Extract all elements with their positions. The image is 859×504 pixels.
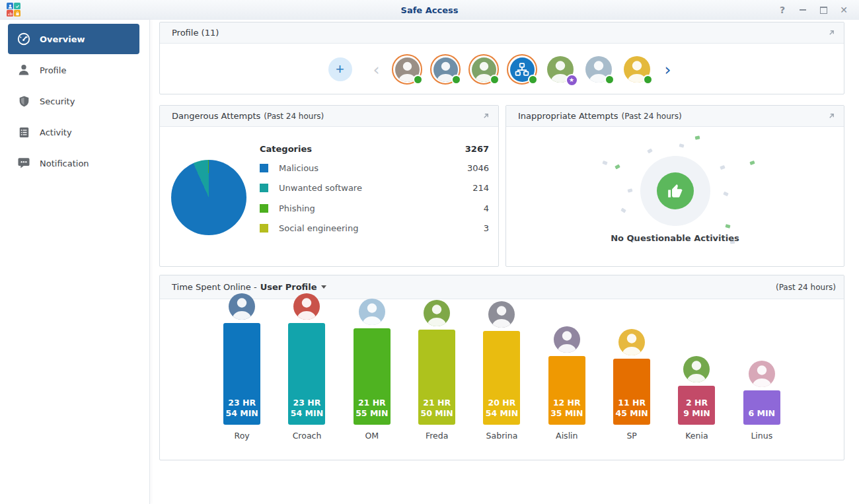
sidebar-item-label: Overview (40, 34, 85, 44)
attempts-row: Dangerous Attempts (Past 24 hours) Categ… (159, 105, 844, 267)
window-title: Safe Access (0, 5, 859, 15)
legend-header-label: Categories (260, 144, 312, 154)
dangerous-panel-period: (Past 24 hours) (264, 112, 324, 121)
profile-panel-header: Profile (11) (160, 22, 844, 44)
time-spent-bar-column[interactable]: 11 HR45 MIN SP (599, 283, 664, 441)
time-spent-bar: 23 HR54 MIN (223, 323, 260, 425)
time-spent-bar: 23 HR54 MIN (288, 323, 325, 425)
gauge-icon (17, 32, 31, 46)
time-spent-bar-column[interactable]: 12 HR35 MIN Aislin (535, 283, 599, 441)
expand-icon[interactable] (482, 112, 490, 120)
activity-log-icon (17, 125, 31, 139)
time-spent-bar-column[interactable]: 20 HR54 MIN Sabrina (469, 283, 534, 441)
profile-avatar (293, 293, 320, 320)
legend-label: Unwanted software (279, 183, 472, 193)
online-status-badge (413, 75, 423, 85)
profile-avatar[interactable] (583, 54, 615, 85)
time-spent-bar-column[interactable]: 21 HR55 MIN OM (340, 283, 404, 441)
pie-legend: Categories 3267 Malicious 3046 Unwanted … (260, 140, 489, 266)
profile-avatar-row: + ‹ (160, 44, 844, 95)
legend-row: Malicious 3046 (260, 158, 489, 178)
safe-access-window: Safe Access ? ✕ Overview Profile Securit… (0, 0, 859, 504)
profile-avatar (683, 356, 710, 382)
dangerous-panel-header: Dangerous Attempts (Past 24 hours) (160, 106, 498, 127)
time-spent-panel: Time Spent Online - User Profile (Past 2… (159, 275, 844, 460)
maximize-icon[interactable] (816, 3, 831, 17)
time-spent-bar: 21 HR55 MIN (354, 328, 391, 425)
sidebar-item-security[interactable]: Security (8, 86, 139, 116)
no-activities-message: No Questionable Activities (506, 233, 844, 243)
close-icon[interactable]: ✕ (837, 3, 851, 17)
time-spent-bar-column[interactable]: 21 HR50 MIN Freda (404, 283, 469, 441)
legend-label: Phishing (279, 203, 484, 213)
add-profile-button[interactable]: + (328, 57, 352, 81)
help-icon[interactable]: ? (775, 3, 790, 17)
legend-value: 3 (484, 223, 489, 233)
sidebar-item-notification[interactable]: Notification (8, 148, 139, 178)
profile-avatar[interactable] (507, 54, 538, 85)
main-content: Profile (11) + ‹ (150, 20, 859, 504)
profile-avatar[interactable] (392, 54, 423, 85)
inappropriate-panel-header: Inappropriate Attempts (Past 24 hours) (506, 106, 844, 127)
person-icon (17, 63, 31, 77)
star-badge: ★ (566, 74, 578, 87)
profile-name-label: Freda (426, 431, 448, 441)
time-spent-bar-column[interactable]: 23 HR54 MIN Roy (209, 283, 274, 441)
profile-name-label: OM (365, 431, 379, 441)
chevron-left-icon[interactable]: ‹ (369, 61, 385, 78)
expand-icon[interactable] (827, 28, 836, 37)
profile-panel-title: Profile (11) (172, 28, 219, 38)
sidebar-item-overview[interactable]: Overview (8, 24, 139, 54)
dangerous-panel-title: Dangerous Attempts (172, 111, 260, 121)
profile-avatar (554, 326, 580, 353)
profile-avatar[interactable] (468, 54, 500, 85)
profile-name-label: Aislin (556, 431, 578, 441)
time-spent-bar-column[interactable]: 2 HR9 MIN Kenia (664, 283, 729, 441)
profile-avatar[interactable] (622, 54, 653, 85)
shield-icon (17, 94, 31, 108)
inappropriate-attempts-panel: Inappropriate Attempts (Past 24 hours) (505, 105, 844, 267)
profile-avatar (749, 361, 775, 387)
profile-avatar[interactable] (430, 54, 461, 85)
celebration-circle (640, 156, 710, 226)
online-status-badge (451, 75, 461, 85)
profile-avatar (618, 329, 645, 355)
sidebar-item-activity[interactable]: Activity (8, 117, 139, 147)
legend-row: Unwanted software 214 (260, 178, 489, 199)
app-icon-lock-tile (14, 10, 20, 17)
legend-color-swatch (260, 204, 268, 213)
inappropriate-panel-title: Inappropriate Attempts (518, 111, 618, 121)
profile-name-label: Sabrina (486, 431, 518, 441)
notification-bubble-icon (17, 156, 31, 170)
profile-name-label: Kenia (685, 431, 708, 441)
online-status-badge (528, 75, 538, 85)
dangerous-panel-body: Categories 3267 Malicious 3046 Unwanted … (160, 127, 498, 266)
legend-color-swatch (260, 164, 268, 172)
minimize-icon[interactable] (796, 3, 810, 17)
inappropriate-panel-body: No Questionable Activities (506, 127, 844, 266)
time-spent-bar: 2 HR9 MIN (678, 386, 715, 425)
online-status-badge (605, 75, 615, 85)
profile-avatar (359, 299, 385, 325)
profile-panel: Profile (11) + ‹ (159, 22, 844, 94)
legend-value: 3046 (467, 163, 489, 173)
profile-name-label: SP (626, 431, 636, 441)
time-spent-bar-column[interactable]: 6 MIN Linus (729, 283, 794, 441)
profile-avatar[interactable]: ★ (545, 54, 576, 85)
chevron-right-icon[interactable]: › (660, 61, 676, 78)
legend-total-value: 3267 (465, 144, 489, 154)
online-status-badge (643, 75, 653, 85)
sidebar-item-label: Activity (40, 127, 72, 137)
sidebar-item-profile[interactable]: Profile (8, 55, 139, 85)
time-spent-bar: 12 HR35 MIN (548, 356, 585, 425)
legend-row: Phishing 4 (260, 198, 489, 219)
legend-label: Social engineering (279, 223, 484, 233)
titlebar: Safe Access ? ✕ (0, 0, 859, 20)
sidebar-item-label: Profile (40, 65, 66, 75)
dangerous-attempts-panel: Dangerous Attempts (Past 24 hours) Categ… (159, 105, 499, 267)
safe-access-app-icon (7, 3, 21, 17)
expand-icon[interactable] (827, 112, 836, 120)
inappropriate-panel-period: (Past 24 hours) (622, 112, 682, 121)
time-spent-bar-column[interactable]: 23 HR54 MIN Croach (274, 283, 339, 441)
app-icon-chart-tile (7, 10, 13, 17)
